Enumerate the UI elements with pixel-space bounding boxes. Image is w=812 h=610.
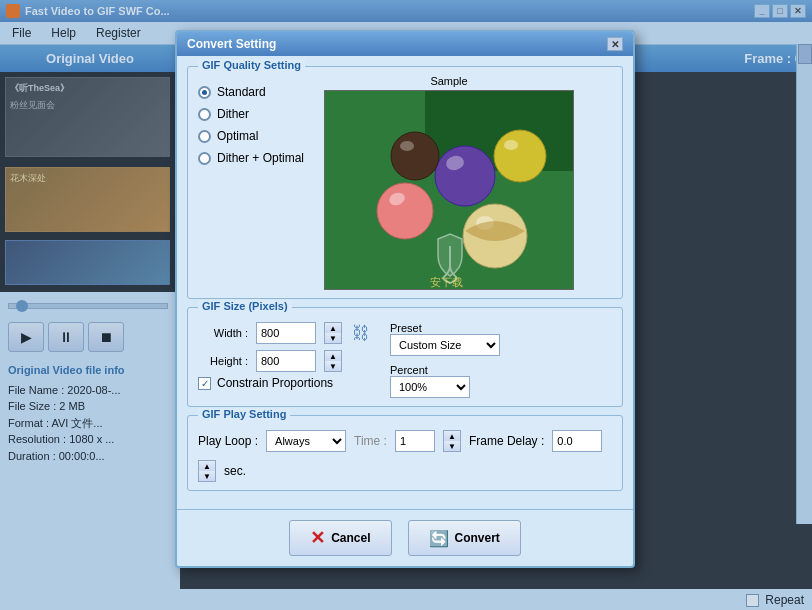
delay-spinner: ▲ ▼: [198, 460, 216, 482]
svg-point-10: [391, 132, 439, 180]
delay-up[interactable]: ▲: [199, 461, 215, 471]
width-down[interactable]: ▼: [325, 333, 341, 343]
billiard-svg: 安下载 anxz.com: [325, 91, 574, 290]
size-group: GIF Size (Pixels) Width : ▲ ▼: [187, 307, 623, 407]
convert-setting-dialog: Convert Setting ✕ GIF Quality Setting St…: [175, 30, 635, 568]
preset-percent-section: Preset Custom Size 320x240 640x480 1280x…: [390, 322, 500, 398]
radio-dither-optimal-label: Dither + Optimal: [217, 151, 304, 165]
cancel-label: Cancel: [331, 531, 370, 545]
dialog-close-button[interactable]: ✕: [607, 37, 623, 51]
percent-section: Percent 100% 75% 50% 25%: [390, 364, 500, 398]
width-spinner: ▲ ▼: [324, 322, 342, 344]
radio-dither[interactable]: Dither: [198, 107, 304, 121]
convert-icon: 🔄: [429, 529, 449, 548]
time-input[interactable]: [395, 430, 435, 452]
preset-section: Preset Custom Size 320x240 640x480 1280x…: [390, 322, 500, 356]
svg-point-6: [494, 130, 546, 182]
delay-down[interactable]: ▼: [199, 471, 215, 481]
height-spinner: ▲ ▼: [324, 350, 342, 372]
size-group-title: GIF Size (Pixels): [198, 300, 292, 312]
preset-label: Preset: [390, 322, 500, 334]
preset-select[interactable]: Custom Size 320x240 640x480 1280x720: [390, 334, 500, 356]
chain-icon: ⛓: [352, 323, 370, 344]
radio-optimal-circle: [198, 130, 211, 143]
time-up[interactable]: ▲: [444, 431, 460, 441]
height-input[interactable]: [256, 350, 316, 372]
delay-input[interactable]: [552, 430, 602, 452]
percent-label: Percent: [390, 364, 500, 376]
width-row: Width : ▲ ▼ ⛓: [198, 322, 370, 344]
delay-label: Frame Delay :: [469, 434, 544, 448]
sample-label: Sample: [430, 75, 467, 87]
play-row: Play Loop : Always Once Twice Time : ▲ ▼: [198, 424, 612, 482]
width-input[interactable]: [256, 322, 316, 344]
dialog-title-bar: Convert Setting ✕: [177, 32, 633, 56]
radio-dither-label: Dither: [217, 107, 249, 121]
radio-standard-circle: [198, 86, 211, 99]
height-up[interactable]: ▲: [325, 351, 341, 361]
quality-group-title: GIF Quality Setting: [198, 59, 305, 71]
sec-label: sec.: [224, 464, 246, 478]
width-up[interactable]: ▲: [325, 323, 341, 333]
constrain-checkbox[interactable]: [198, 377, 211, 390]
dialog-body: GIF Quality Setting Standard Dither: [177, 56, 633, 509]
quality-section: Standard Dither Optimal: [198, 75, 612, 290]
percent-select[interactable]: 100% 75% 50% 25%: [390, 376, 470, 398]
width-label: Width :: [198, 327, 248, 339]
sample-image: 安下载 anxz.com: [324, 90, 574, 290]
time-down[interactable]: ▼: [444, 441, 460, 451]
quality-group: GIF Quality Setting Standard Dither: [187, 66, 623, 299]
time-spinner: ▲ ▼: [443, 430, 461, 452]
size-content: Width : ▲ ▼ ⛓ Height :: [198, 316, 612, 398]
time-label: Time :: [354, 434, 387, 448]
sample-container: Sample: [324, 75, 574, 290]
radio-dither-optimal[interactable]: Dither + Optimal: [198, 151, 304, 165]
dialog-title: Convert Setting: [187, 37, 276, 51]
radio-optimal[interactable]: Optimal: [198, 129, 304, 143]
constrain-row: Constrain Proportions: [198, 376, 370, 390]
loop-select[interactable]: Always Once Twice: [266, 430, 346, 452]
svg-point-4: [435, 146, 495, 206]
convert-button[interactable]: 🔄 Convert: [408, 520, 521, 556]
radio-dither-circle: [198, 108, 211, 121]
constrain-label: Constrain Proportions: [217, 376, 333, 390]
svg-point-7: [504, 140, 518, 150]
radio-dither-optimal-circle: [198, 152, 211, 165]
svg-point-2: [377, 183, 433, 239]
radio-standard-label: Standard: [217, 85, 266, 99]
svg-point-11: [400, 141, 414, 151]
cancel-icon: ✕: [310, 527, 325, 549]
dialog-footer: ✕ Cancel 🔄 Convert: [177, 509, 633, 566]
modal-overlay: Convert Setting ✕ GIF Quality Setting St…: [0, 0, 812, 610]
svg-text:安下载: 安下载: [430, 276, 463, 288]
loop-label: Play Loop :: [198, 434, 258, 448]
play-group: GIF Play Setting Play Loop : Always Once…: [187, 415, 623, 491]
convert-label: Convert: [455, 531, 500, 545]
height-down[interactable]: ▼: [325, 361, 341, 371]
radio-optimal-label: Optimal: [217, 129, 258, 143]
play-group-title: GIF Play Setting: [198, 408, 290, 420]
height-row: Height : ▲ ▼: [198, 350, 370, 372]
width-height-section: Width : ▲ ▼ ⛓ Height :: [198, 322, 370, 398]
cancel-button[interactable]: ✕ Cancel: [289, 520, 391, 556]
app-window: Fast Video to GIF SWF Co... _ □ ✕ File H…: [0, 0, 812, 610]
height-label: Height :: [198, 355, 248, 367]
radio-standard[interactable]: Standard: [198, 85, 304, 99]
radio-options: Standard Dither Optimal: [198, 75, 304, 290]
